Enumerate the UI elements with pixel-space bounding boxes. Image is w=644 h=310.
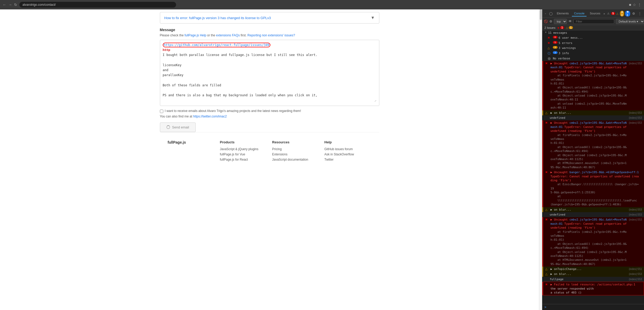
log-group-verbose[interactable]: ⬤ No verbose [542, 56, 644, 61]
faq-banner-link[interactable]: How to fix error: fullPage.js version 3 … [164, 16, 271, 20]
issues-error-icon: ■ [558, 26, 559, 29]
log-warn-topic[interactable]: △ ▶ onTopicChange... (index):551 [542, 267, 644, 272]
browser-reload-icon[interactable]: ↻ [14, 3, 17, 7]
error-1-icon: ✖ [545, 62, 549, 65]
info-icon: ⓘ [548, 52, 552, 55]
browser-forward-icon[interactable]: → [8, 3, 12, 7]
log-group-user-mess[interactable]: ✖ 6 6 user mess... [542, 35, 644, 40]
devtools-device-icon[interactable]: ◯ [548, 11, 554, 16]
log-fail-load[interactable]: ✖ ▶ Failed to load resource: /actions/co… [542, 282, 644, 295]
console-clear-icon[interactable]: 🚫 [544, 20, 548, 23]
footer-resources-link-3[interactable]: JavaScript documentation [272, 158, 319, 161]
issues-error-count: 1 [560, 26, 564, 29]
error-badge: 5 [611, 12, 615, 15]
log-fullpage[interactable]: fullpage (index):553 [542, 277, 644, 282]
twitter-link[interactable]: https://twitter.com/imac2 [193, 115, 227, 118]
faq-banner[interactable]: How to fix error: fullPage.js version 3 … [160, 12, 379, 24]
main-layout: How to fix error: fullPage.js version 3 … [0, 9, 644, 310]
log-undefined-2[interactable]: undefined (index):553 [542, 212, 644, 217]
info-count: 3 [553, 51, 558, 54]
devtools-settings-icon[interactable]: ⚙ [631, 11, 636, 16]
undefined-2-source: (index):553 [629, 213, 642, 216]
footer-resources-col: Resources Pricing Extensions JavaScript … [272, 140, 319, 163]
scroll-thumb[interactable] [540, 9, 542, 20]
log-warn-blur-1[interactable]: △ ▶ on blur... (index):553 [542, 110, 644, 115]
textarea-body[interactable]: I bought both parallax license and fullp… [163, 53, 376, 99]
fail-load-text: ▶ Failed to load resource: /actions/cont… [550, 283, 642, 295]
footer-resources-link-1[interactable]: Pricing [272, 147, 319, 151]
footer-resources-link-2[interactable]: Extensions [272, 153, 319, 156]
warn-topic-source: (index):551 [629, 268, 642, 270]
log-group-warnings[interactable]: △ 3 3 warnings [542, 46, 644, 50]
error-1-text: ▶ Uncaught cmbv2.js?gcb=195-0&c.&abt=Mov… [550, 61, 627, 110]
group-expand-arrow[interactable]: ▼ [544, 31, 547, 34]
warn-blur-3-icon: △ [545, 272, 549, 276]
errors-count: 5 [553, 41, 558, 44]
url-bar[interactable]: alvarotrigo.com/contact/ [19, 2, 176, 8]
error-3-text: ▶ Uncaught banger.js?cb=195-0&b.=618Page… [550, 170, 640, 207]
devtools-more-tabs[interactable]: » [604, 12, 605, 15]
log-warn-blur-2[interactable]: △ ▶ on blur... (index):553 [542, 207, 644, 212]
undefined-2-text: undefined [550, 213, 627, 217]
footer-products-link-2[interactable]: fullPage.js for Vue [220, 153, 267, 156]
footer-help-link-1[interactable]: GitHub issues forum [324, 147, 372, 151]
tab-sources[interactable]: Sources [588, 11, 602, 16]
textarea-resize-handle[interactable]: ⤢ [163, 99, 376, 103]
log-error-3[interactable]: ✖ ▶ Uncaught banger.js?cb=195-0&b.=618Pa… [542, 170, 644, 207]
footer-help-link-2[interactable]: Ask in StackOverflow [324, 153, 372, 156]
error-1-source: (index):553 [629, 62, 642, 65]
url-github-link[interactable]: https://github.com/alvarotrigo/react-ful… [164, 43, 270, 47]
fullpage-help-link[interactable]: fullPage.js Help [184, 33, 206, 37]
footer-help-heading: Help [324, 140, 372, 144]
warn-blur-1-icon: △ [545, 111, 549, 115]
email-consent-checkbox[interactable] [160, 110, 163, 113]
log-error-4[interactable]: ✖ ▶ Uncaught cmbv2.js?gcb=195-0&c.&abt=M… [542, 217, 644, 267]
error-2-text: ▶ Uncaught cmbv2.js?gcb=195-0&c.&abt=Mov… [550, 121, 627, 169]
browser-back-icon[interactable]: ← [3, 3, 6, 7]
error-2-icon: ✖ [545, 121, 549, 125]
browser-extension-icon[interactable]: ■ [629, 3, 631, 7]
log-error-1[interactable]: ✖ ▶ Uncaught cmbv2.js?gcb=195-0&c.&abt=M… [542, 61, 644, 110]
extensions-faq-link[interactable]: extensions FAQs [216, 33, 240, 37]
warn-topic-text: ▶ onTopicChange... [550, 267, 627, 271]
reporting-link[interactable]: Reporting non extensions' issues? [247, 33, 295, 37]
issues-warn-count: 1 [569, 26, 573, 29]
console-filter-icon[interactable]: ⚙ [549, 20, 552, 23]
message-textarea[interactable]: I bought both parallax license and fullp… [163, 53, 376, 97]
eye-icon[interactable]: 👁 [568, 19, 572, 23]
log-group-info[interactable]: ⓘ 3 3 info [542, 51, 644, 56]
browser-bookmark-icon[interactable]: ☆ [633, 3, 636, 7]
footer-products-col: Products JavaScript & jQuery plugins ful… [220, 140, 267, 163]
default-levels-dropdown[interactable]: Default levels ▾ [616, 19, 644, 24]
log-error-2[interactable]: ✖ ▶ Uncaught cmbv2.js?gcb=195-0&c.&abt=M… [542, 120, 644, 170]
warn-blur-3-text: ▶ on blur... [550, 272, 627, 276]
filter-input[interactable] [573, 19, 614, 24]
error-4-icon: ✖ [545, 218, 549, 221]
message-section-label: Message [160, 28, 379, 32]
browser-chrome: ← → ↻ alvarotrigo.com/contact/ ■ ☆ ⋮ [0, 0, 644, 9]
devtools-inspect-icon[interactable]: ◦ [544, 11, 547, 16]
page-scrollbar[interactable] [539, 9, 542, 310]
log-warn-blur-3[interactable]: △ ▶ on blur... (index):553 [542, 272, 644, 277]
warn-icon-warnings: △ [548, 46, 552, 50]
footer-products-link-3[interactable]: fullPage.js for React [220, 158, 267, 161]
browser-menu-icon[interactable]: ⋮ [638, 3, 641, 7]
warn-blur-2-text: ▶ on blur... [550, 208, 627, 212]
error-4-text: ▶ Uncaught cmbv2.js?gcb=195-0&c.&abt=Mov… [550, 218, 627, 266]
send-email-button[interactable]: Send email [160, 122, 196, 132]
issues-bar: 2 Issues: ■ 1 △ 1 [542, 25, 644, 30]
browser-icons: ■ ☆ ⋮ [629, 3, 641, 7]
warn-blur-3-source: (index):553 [629, 273, 642, 275]
log-undefined-1[interactable]: undefined (index):553 [542, 115, 644, 120]
log-group-11-messages[interactable]: ▼ 11 messages [542, 30, 644, 35]
devtools-menu-icon[interactable]: ⋮ [637, 11, 642, 16]
console-input[interactable] [548, 305, 642, 309]
log-group-errors[interactable]: ✖ 5 5 errors [542, 41, 644, 46]
tab-elements[interactable]: Elements [555, 11, 571, 16]
footer-products-link-1[interactable]: JavaScript & jQuery plugins [220, 147, 267, 151]
footer-help-link-3[interactable]: Twitter [324, 158, 372, 161]
verbose-icon: ⬤ [548, 57, 552, 60]
tab-console[interactable]: Console [572, 11, 587, 16]
top-dropdown[interactable]: top [554, 19, 567, 24]
verbose-label: No verbose [553, 57, 642, 60]
